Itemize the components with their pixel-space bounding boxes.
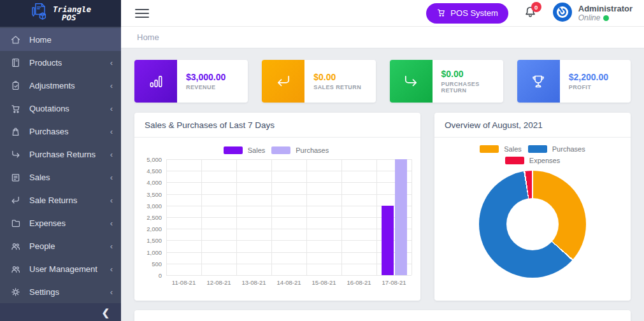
legend-item-expenses: Expenses	[505, 157, 560, 164]
bar-group-17-08-21	[382, 159, 407, 275]
gridline	[166, 194, 411, 195]
stat-card-purchases-return: $0.00PURCHASES RETURN	[390, 60, 503, 103]
legend-swatch	[480, 145, 499, 153]
legend-item-purchases: Purchases	[271, 146, 329, 154]
users-icon	[10, 263, 21, 275]
cart-icon	[436, 8, 446, 19]
clipboard-check-icon	[10, 80, 21, 91]
legend-swatch	[528, 145, 547, 153]
y-axis-tick-label: 500	[152, 260, 162, 267]
sidebar-item-label: Adjustments	[29, 81, 75, 90]
bar-chart-y-axis: 5,0004,5004,0003,5003,0002,5002,0001,500…	[141, 159, 166, 275]
legend-label: Expenses	[529, 157, 560, 164]
pos-system-button[interactable]: POS System	[426, 3, 508, 24]
x-axis-tick-label: 12-08-21	[206, 279, 231, 286]
avatar	[552, 2, 573, 25]
sidebar-item-products[interactable]: Products‹	[0, 51, 121, 74]
gridline	[201, 159, 202, 275]
chevron-left-icon: ‹	[110, 264, 113, 274]
gridline	[166, 159, 411, 160]
bar-chart-plot: 11-08-2112-08-2113-08-2114-08-2115-08-21…	[166, 159, 411, 275]
notification-count-badge: 0	[531, 2, 541, 12]
donut-hole	[506, 198, 559, 250]
sidebar-item-settings[interactable]: Settings‹	[0, 280, 121, 303]
gridline	[376, 159, 377, 275]
gridline	[306, 159, 307, 275]
y-axis-tick-label: 4,500	[147, 168, 162, 175]
donut-chart	[479, 171, 586, 278]
gridline	[166, 159, 167, 275]
legend-item-sales: Sales	[224, 146, 266, 154]
corner-down-right-icon	[10, 148, 21, 160]
sidebar-item-people[interactable]: People‹	[0, 234, 121, 257]
corner-down-left-icon	[10, 194, 21, 206]
legend-label: Purchases	[552, 145, 585, 153]
stat-text: $0.00SALES RETURN	[304, 72, 361, 90]
chevron-left-icon: ‹	[110, 58, 113, 68]
gridline	[411, 159, 412, 275]
y-axis-tick-label: 5,000	[147, 156, 162, 163]
sidebar-item-sales[interactable]: Sales‹	[0, 166, 121, 189]
sidebar-collapse-button[interactable]: ❮	[0, 303, 121, 321]
book-icon	[10, 57, 21, 68]
sidebar-item-expenses[interactable]: Expenses‹	[0, 211, 121, 234]
chevron-left-icon: ‹	[110, 127, 113, 136]
legend-label: Sales	[504, 145, 522, 153]
chevron-left-icon: ‹	[110, 173, 113, 182]
sidebar-item-label: Home	[29, 35, 52, 45]
sidebar-item-label: Sale Returns	[29, 196, 77, 205]
chevron-left-icon: ‹	[110, 150, 113, 159]
corner-down-right-icon	[390, 60, 433, 103]
gridline	[166, 240, 411, 241]
notifications-button[interactable]: 0	[524, 5, 537, 21]
user-menu[interactable]: Administrator Online	[552, 2, 633, 25]
sales-purchases-chart-card: Sales & Purchases of Last 7 Days SalesPu…	[134, 113, 420, 301]
sidebar-item-label: People	[29, 241, 55, 251]
sidebar-item-label: Quotations	[29, 104, 69, 113]
legend-label: Sales	[248, 146, 266, 154]
breadcrumb: Home	[121, 27, 644, 48]
legend-swatch	[505, 157, 524, 164]
sidebar-item-label: Purchase Returns	[29, 150, 96, 159]
sidebar-item-sale-returns[interactable]: Sale Returns‹	[0, 189, 121, 211]
menu-toggle-button[interactable]	[135, 6, 149, 20]
cart-icon	[10, 103, 21, 114]
sidebar-item-purchases[interactable]: Purchases‹	[0, 120, 121, 143]
stat-card-profit: $2,200.00PROFIT	[517, 60, 631, 103]
pie-chart-title: Overview of August, 2021	[434, 113, 631, 138]
bar-chart-icon	[134, 60, 177, 103]
app-logo[interactable]: Triangle POS	[0, 0, 121, 27]
legend-swatch	[271, 146, 290, 154]
sidebar-item-label: Sales	[29, 173, 50, 182]
x-axis-tick-label: 14-08-21	[276, 279, 301, 286]
sidebar-item-home[interactable]: Home	[0, 28, 121, 51]
y-axis-tick-label: 2,500	[147, 214, 162, 221]
x-axis-tick-label: 15-08-21	[311, 279, 336, 286]
sidebar-item-adjustments[interactable]: Adjustments‹	[0, 74, 121, 97]
legend-item-purchases: Purchases	[528, 145, 585, 153]
sidebar-item-quotations[interactable]: Quotations‹	[0, 97, 121, 120]
sidebar-item-user-management[interactable]: User Management‹	[0, 257, 121, 280]
stat-label: SALES RETURN	[313, 84, 361, 90]
sidebar-item-purchase-returns[interactable]: Purchase Returns‹	[0, 143, 121, 166]
users-icon	[10, 240, 21, 252]
triangle-pos-logo-icon	[30, 2, 49, 25]
y-axis-tick-label: 2,000	[147, 225, 162, 232]
stats-row: $3,000.00REVENUE$0.00SALES RETURN$0.00PU…	[134, 60, 631, 103]
y-axis-tick-label: 1,000	[147, 248, 162, 255]
gridline	[166, 264, 411, 264]
stat-card-sales-return: $0.00SALES RETURN	[262, 60, 375, 103]
sidebar-item-label: Products	[29, 58, 62, 68]
chevron-left-icon: ‹	[110, 104, 113, 113]
chevron-left-icon: ‹	[110, 287, 113, 297]
bar-purchases-17-08-21	[395, 159, 407, 275]
dashboard-content: $3,000.00REVENUE$0.00SALES RETURN$0.00PU…	[121, 48, 644, 321]
user-status: Online	[578, 13, 633, 22]
gridline	[166, 252, 411, 253]
bar-sales-17-08-21	[382, 206, 394, 275]
corner-down-left-icon	[262, 60, 304, 103]
stat-amount: $0.00	[441, 69, 503, 79]
newspaper-icon	[10, 171, 21, 183]
bottom-card	[134, 310, 631, 321]
sidebar-item-label: Expenses	[29, 218, 66, 228]
